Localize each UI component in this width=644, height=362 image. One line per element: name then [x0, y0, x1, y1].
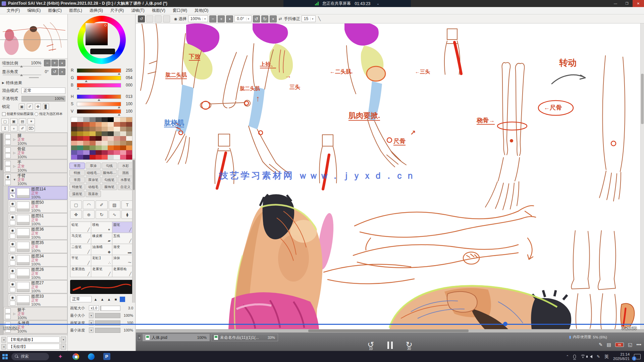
swatch-10[interactable]: [71, 122, 77, 127]
swatch-27[interactable]: [114, 127, 120, 131]
brush-shape-4-icon[interactable]: ■: [113, 297, 118, 302]
selection-source-radio[interactable]: [35, 112, 38, 116]
rect-select-icon[interactable]: ▢: [70, 200, 82, 209]
brush-渐变[interactable]: 渐变▬: [112, 244, 133, 255]
layer-extra-box[interactable]: [5, 153, 11, 158]
layer-row-图层36[interactable]: ◉图层36正常100%: [8, 227, 67, 240]
brush-tab-3-2[interactable]: 服饰笔: [102, 184, 117, 190]
swatch-62[interactable]: [83, 145, 89, 150]
swatch-80[interactable]: [71, 155, 77, 160]
layer-extra-box[interactable]: [5, 180, 11, 185]
slider-track-B[interactable]: [77, 83, 121, 87]
panel-divider[interactable]: [0, 76, 67, 79]
swatch-68[interactable]: [120, 145, 126, 150]
brush-老累混色[interactable]: 老累混色╱: [70, 266, 91, 277]
layer-extra-box[interactable]: [5, 167, 11, 172]
swatch-81[interactable]: [77, 155, 83, 160]
brush-tab-3-3[interactable]: 自定义: [118, 184, 133, 190]
swatch-48[interactable]: [120, 136, 126, 141]
swatch-38[interactable]: [120, 131, 126, 136]
canvas-zoom-select[interactable]: 100%▾: [188, 15, 208, 22]
video-progress-handle[interactable]: [503, 322, 507, 326]
brush-shape-1-icon[interactable]: ▲: [93, 297, 98, 302]
layer-row-图层34[interactable]: ◉图层34正常100%: [8, 253, 67, 266]
screen-share-bar[interactable]: 您正在共享屏幕 01:43:23 ⌄: [283, 0, 411, 7]
slider-track-S[interactable]: [77, 102, 121, 106]
layer-extra-box[interactable]: [10, 220, 15, 225]
zoom-reset-button[interactable]: ▪: [59, 60, 65, 66]
layer-visibility-toggle[interactable]: ◉: [10, 295, 15, 300]
lock-transparent-icon[interactable]: ▣: [19, 104, 25, 110]
swatch-58[interactable]: [120, 141, 126, 145]
brush-color-swatch[interactable]: [120, 297, 125, 302]
swatch-7[interactable]: [114, 117, 120, 122]
lasso-icon[interactable]: ◠: [83, 200, 95, 209]
swatch-73[interactable]: [90, 150, 96, 155]
menu-item-1[interactable]: 编辑(E): [24, 7, 44, 14]
swatch-79[interactable]: [126, 150, 132, 155]
layer-visibility-toggle[interactable]: [5, 134, 11, 139]
brush-油漆桶[interactable]: 油漆桶◆: [91, 244, 112, 255]
layer-extra-box[interactable]: [5, 314, 11, 319]
slider-track-V[interactable]: [77, 109, 121, 114]
layer-extra-box[interactable]: [10, 301, 15, 306]
swatch-70[interactable]: [71, 150, 77, 155]
param-slider[interactable]: [100, 306, 120, 311]
document-tab-0[interactable]: 人体.psd100%: [143, 334, 210, 341]
brush-tab-1-2[interactable]: 服饰布...: [102, 170, 117, 176]
layer-row-图层27[interactable]: ◉图层27正常100%: [8, 280, 67, 293]
wifi-icon[interactable]: [580, 355, 586, 358]
swatch-57[interactable]: [114, 141, 120, 145]
swatch-26[interactable]: [108, 127, 114, 131]
swatch-55[interactable]: [102, 141, 108, 145]
swatch-87[interactable]: [114, 155, 120, 160]
swatch-32[interactable]: [83, 131, 89, 136]
brush-tab-4-1[interactable]: 我喜欢: [86, 191, 101, 197]
swatch-19[interactable]: [126, 122, 132, 127]
layer-folder-手[interactable]: ▷手正常100%: [3, 160, 67, 173]
menu-item-4[interactable]: 选择(S): [86, 7, 106, 14]
layer-edit-icon[interactable]: ✎: [10, 193, 15, 198]
swatch-82[interactable]: [83, 155, 89, 160]
brush-涂抹[interactable]: 涂抹〜: [112, 255, 133, 266]
brush-blend-select[interactable]: 正常: [70, 296, 92, 302]
swatch-44[interactable]: [96, 136, 102, 141]
swatch-46[interactable]: [108, 136, 114, 141]
maximize-button[interactable]: ❐: [621, 0, 633, 7]
swatch-5[interactable]: [102, 117, 108, 122]
brush-tab-2-3[interactable]: 水墨笔: [118, 177, 133, 183]
stabilizer-select[interactable]: 15▾: [302, 15, 316, 22]
swatch-47[interactable]: [114, 136, 120, 141]
swatch-72[interactable]: [83, 150, 89, 155]
swatch-61[interactable]: [77, 145, 83, 150]
brush-tab-0-1[interactable]: 厚涂: [86, 163, 101, 169]
swatch-9[interactable]: [126, 117, 132, 122]
layer-visibility-toggle[interactable]: ◉: [10, 201, 15, 206]
swatch-43[interactable]: [90, 136, 96, 141]
brush-tab-2-0[interactable]: 常用: [69, 177, 85, 183]
swatch-25[interactable]: [102, 127, 108, 131]
swatch-41[interactable]: [77, 136, 83, 141]
param-unit[interactable]: x1.0: [89, 305, 99, 311]
swatch-35[interactable]: [102, 131, 108, 136]
flip-icon[interactable]: ⇄: [278, 16, 283, 21]
menu-item-0[interactable]: 文件(F): [3, 7, 23, 14]
layer-folder-腿[interactable]: ▷腿正常100%: [3, 133, 67, 146]
more-options-icon[interactable]: •••: [636, 342, 641, 347]
start-button[interactable]: [0, 351, 10, 362]
swatch-66[interactable]: [108, 145, 114, 150]
swatch-63[interactable]: [90, 145, 96, 150]
folder-expand-icon[interactable]: ▷: [12, 312, 17, 315]
tool-panel-scrollbar[interactable]: [132, 159, 135, 303]
layer-visibility-toggle[interactable]: ◉: [10, 215, 15, 220]
swatch-12[interactable]: [83, 122, 89, 127]
swatch-50[interactable]: [71, 141, 77, 145]
swatch-28[interactable]: [120, 127, 126, 131]
taskbar-clock[interactable]: 21:14 2025/8/21: [613, 352, 630, 361]
swatch-60[interactable]: [71, 145, 77, 150]
video-progress-bar[interactable]: [0, 324, 644, 325]
brush-老累喷枪[interactable]: 老累喷枪╱: [112, 266, 133, 277]
swatch-42[interactable]: [83, 136, 89, 141]
texture-dropdown-icon[interactable]: ▾: [61, 344, 66, 350]
layer-extra-box[interactable]: [10, 207, 15, 212]
